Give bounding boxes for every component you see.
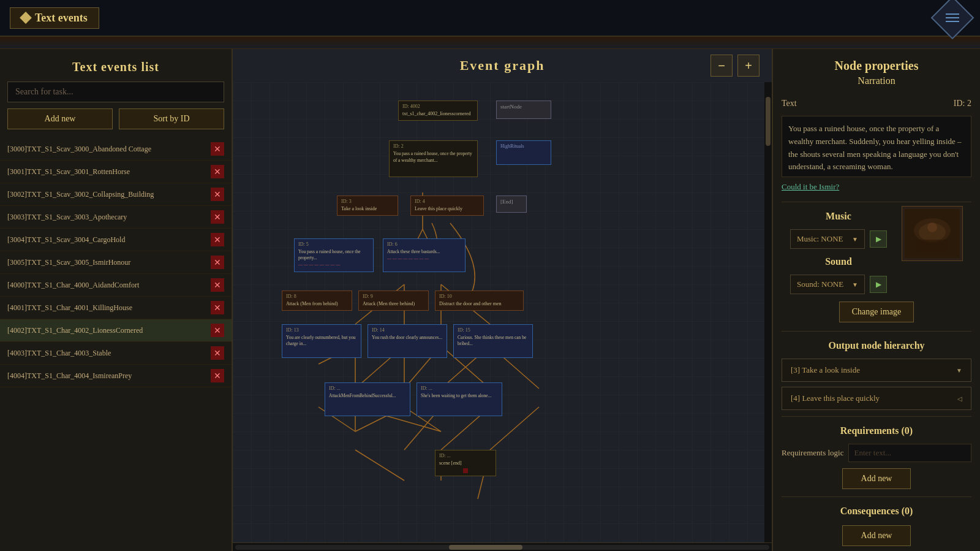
event-item-label: [3004]TXT_S1_Scav_3004_CargoHold (7, 235, 211, 245)
center-panel: Event graph − + (233, 49, 772, 551)
graph-node-start[interactable]: startNode (496, 101, 551, 119)
title-badge: Text events (10, 7, 99, 29)
event-delete-button[interactable]: ✕ (211, 256, 224, 269)
graph-node-take-look[interactable]: ID: 3 Take a look inside (337, 196, 398, 216)
event-list-item[interactable]: [4003]TXT_S1_Char_4003_Stable✕ (0, 342, 232, 365)
node-properties-subtitle: Narration (773, 75, 980, 94)
requirements-logic-input[interactable] (848, 444, 971, 462)
menu-button[interactable] (931, 0, 974, 39)
output-node-1-arrow: ▼ (956, 367, 962, 374)
output-node-2-arrow: ◁ (957, 395, 962, 402)
event-delete-button[interactable]: ✕ (211, 165, 224, 178)
output-node-2[interactable]: [4] Leave this place quickly ◁ (782, 387, 971, 410)
event-delete-button[interactable]: ✕ (211, 278, 224, 292)
graph-node-end[interactable]: [End] (496, 196, 527, 213)
graph-node-bottom1[interactable]: ID: ... AttackMenFromBehindSuccessful... (325, 382, 410, 416)
req-logic-label: Requirements logic (782, 448, 843, 458)
event-item-label: [3001]TXT_S1_Scav_3001_RottenHorse (7, 167, 211, 177)
graph-title: Event graph (460, 58, 545, 74)
divider-4 (782, 496, 971, 497)
music-dropdown-arrow: ▼ (852, 236, 858, 243)
zoom-out-button[interactable]: − (710, 55, 733, 77)
sound-title: Sound (782, 251, 895, 272)
menu-line-3 (946, 21, 959, 22)
requirements-add-button[interactable]: Add new (842, 468, 911, 489)
event-delete-button[interactable]: ✕ (211, 369, 224, 382)
music-value: Music: NONE (797, 234, 843, 244)
output-node-1[interactable]: [3] Take a look inside ▼ (782, 359, 971, 382)
event-delete-button[interactable]: ✕ (211, 233, 224, 246)
graph-node-leave[interactable]: ID: 4 Leave this place quickly (410, 196, 484, 216)
hamburger-icon (946, 13, 959, 22)
event-delete-button[interactable]: ✕ (211, 324, 224, 337)
event-item-label: [4001]TXT_S1_Char_4001_KillingHouse (7, 303, 211, 313)
preview-image-svg (905, 209, 960, 258)
event-delete-button[interactable]: ✕ (211, 142, 224, 156)
event-list-item[interactable]: [3003]TXT_S1_Scav_3003_Apothecary✕ (0, 206, 232, 229)
event-delete-button[interactable]: ✕ (211, 346, 224, 360)
graph-horizontal-scrollbar[interactable] (233, 542, 772, 551)
event-item-label: [3005]TXT_S1_Scav_3005_IsmirHonour (7, 257, 211, 268)
graph-node-narr4[interactable]: ID: 15 Curious. She thinks these men can… (453, 324, 533, 358)
event-list-item[interactable]: [3001]TXT_S1_Scav_3001_RottenHorse✕ (0, 161, 232, 183)
graph-node-bottom2[interactable]: ID: ... She's been waiting to get them a… (417, 382, 502, 416)
event-delete-button[interactable]: ✕ (211, 210, 224, 224)
event-item-label: [4004]TXT_S1_Char_4004_IsmireanPrey (7, 371, 211, 381)
graph-canvas[interactable]: ID: 4002 txt_s1_char_4002_lionesscornere… (233, 82, 772, 542)
sound-dropdown[interactable]: Sound: NONE ▼ (790, 275, 865, 294)
event-list-item[interactable]: [4004]TXT_S1_Char_4004_IsmireanPrey✕ (0, 365, 232, 387)
graph-vertical-scrollbar[interactable] (764, 82, 772, 542)
music-play-button[interactable]: ▶ (870, 230, 887, 248)
graph-node-end-node[interactable]: ID: ... scene [end] (435, 450, 496, 476)
graph-node-choice3[interactable]: ID: 8 Attack (Men from behind) (282, 291, 352, 311)
output-node-2-label: [4] Leave this place quickly (791, 393, 880, 403)
event-delete-button[interactable]: ✕ (211, 188, 224, 201)
decorative-band (0, 37, 980, 49)
event-list-item[interactable]: [3002]TXT_S1_Scav_3002_Collapsing_Buildi… (0, 183, 232, 206)
consequences-add-button[interactable]: Add new (842, 525, 911, 546)
music-row: Music: NONE ▼ ▶ (790, 229, 887, 249)
graph-node-highritual[interactable]: HighRituals (496, 140, 551, 165)
menu-line-1 (946, 13, 959, 15)
node-link[interactable]: Could it be Ismir? (773, 182, 980, 198)
change-image-button[interactable]: Change image (839, 302, 914, 322)
graph-node-choice4[interactable]: ID: 9 Attack (Men three behind) (358, 291, 429, 311)
add-new-button[interactable]: Add new (7, 108, 113, 129)
graph-node-choice1[interactable]: ID: 5 You pass a ruined house, once the … (294, 238, 374, 272)
event-item-label: [3002]TXT_S1_Scav_3002_Collapsing_Buildi… (7, 189, 211, 200)
event-list-item[interactable]: [3000]TXT_S1_Scav_3000_Abandoned Cottage… (0, 138, 232, 161)
search-input[interactable] (7, 82, 224, 102)
divider-1 (782, 202, 971, 202)
app-title: Text events (35, 12, 88, 25)
event-list-item[interactable]: [4000]TXT_S1_Char_4000_AidandComfort✕ (0, 274, 232, 297)
requirements-title: Requirements (0) (773, 420, 980, 441)
event-item-label: [4000]TXT_S1_Char_4000_AidandComfort (7, 280, 211, 291)
topbar: Text events (0, 0, 980, 37)
music-dropdown[interactable]: Music: NONE ▼ (790, 229, 865, 249)
graph-node-narr3[interactable]: ID: 14 You rush the door clearly announc… (368, 324, 447, 358)
graph-node-choice2[interactable]: ID: 6 Attack these three bastards... — —… (383, 238, 466, 272)
graph-controls: − + (710, 55, 760, 77)
sound-play-button[interactable]: ▶ (870, 276, 887, 293)
event-delete-button[interactable]: ✕ (211, 301, 224, 314)
left-panel: Text events list Add new Sort by ID [300… (0, 49, 233, 551)
graph-node-top[interactable]: ID: 4002 txt_s1_char_4002_lionesscornere… (398, 101, 478, 121)
graph-node-choice5[interactable]: ID: 10 Distract the door and other men (435, 291, 524, 311)
node-id: ID: 2 (954, 99, 971, 108)
zoom-in-button[interactable]: + (737, 55, 760, 77)
left-buttons: Add new Sort by ID (0, 108, 232, 135)
music-title: Music (782, 206, 895, 227)
event-list-item[interactable]: [4001]TXT_S1_Char_4001_KillingHouse✕ (0, 297, 232, 319)
scroll-track (235, 545, 769, 550)
event-list-item[interactable]: [4002]TXT_S1_Char_4002_LionessCornered✕ (0, 319, 232, 342)
event-list-item[interactable]: [3004]TXT_S1_Scav_3004_CargoHold✕ (0, 229, 232, 251)
sort-by-id-button[interactable]: Sort by ID (119, 108, 224, 129)
image-preview (902, 206, 963, 261)
graph-node-narr2[interactable]: ID: 13 You are clearly outnumbered, but … (282, 324, 361, 358)
output-hierarchy-title: Output node hierarchy (773, 335, 980, 356)
node-text-input[interactable] (782, 116, 971, 177)
graph-header: Event graph − + (233, 49, 772, 82)
event-list-item[interactable]: [3005]TXT_S1_Scav_3005_IsmirHonour✕ (0, 251, 232, 274)
graph-node-narration[interactable]: ID: 2 You pass a ruined house, once the … (389, 140, 478, 177)
sound-dropdown-arrow: ▼ (852, 281, 858, 288)
